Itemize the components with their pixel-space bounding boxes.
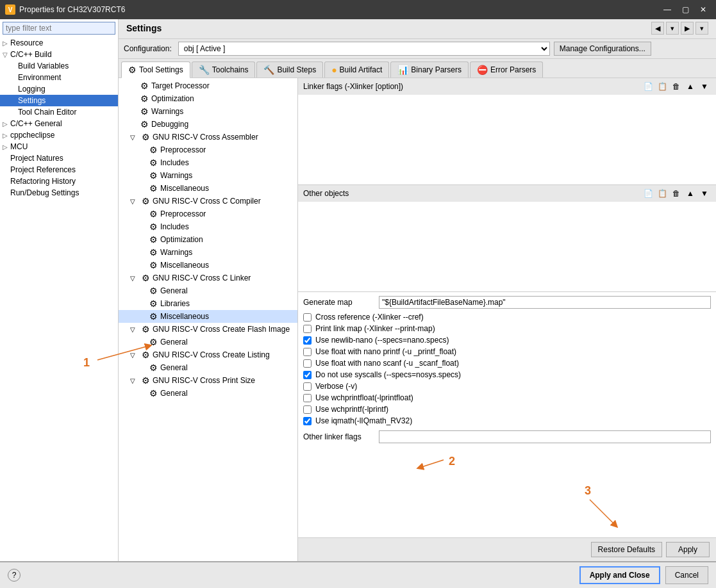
tab-tool-settings[interactable]: ⚙ Tool Settings (121, 61, 190, 78)
node-gnu-assembler[interactable]: ▽ ⚙ GNU RISC-V Cross Assembler (119, 131, 297, 143)
float-scanf-checkbox[interactable] (303, 359, 312, 368)
sidebar-item-logging[interactable]: Logging (0, 83, 118, 95)
sidebar-item-label: Project References (10, 165, 76, 174)
tab-binary-parsers[interactable]: 📊 Binary Parsers (390, 61, 469, 78)
node-cc-preprocessor[interactable]: ⚙ Preprocessor (119, 208, 297, 220)
sidebar-item-environment[interactable]: Environment (0, 72, 118, 83)
node-cc-includes[interactable]: ⚙ Includes (119, 220, 297, 233)
node-ln-general[interactable]: ⚙ General (119, 284, 297, 297)
tab-build-artifact[interactable]: ● Build Artifact (324, 61, 389, 78)
wchprintfloat-checkbox[interactable] (303, 394, 312, 402)
node-gnu-c-compiler[interactable]: ▽ ⚙ GNU RISC-V Cross C Compiler (119, 195, 297, 208)
delete2-icon[interactable]: 🗑 (670, 187, 683, 200)
config-select[interactable]: obj [ Active ] (178, 42, 550, 56)
sidebar-item-mcu[interactable]: ▷ MCU (0, 141, 118, 152)
help-button[interactable]: ? (8, 569, 21, 582)
copy2-icon[interactable]: 📋 (656, 187, 669, 200)
linker-flags-title: Linker flags (-Xlinker [option]) (303, 82, 403, 91)
sidebar-item-cppcheclipse[interactable]: ▷ cppcheclipse (0, 129, 118, 141)
nav-back-button[interactable]: ◀ (651, 22, 664, 35)
main-container: ▷ Resource ▽ C/C++ Build Build Variables… (0, 19, 716, 588)
apply-button[interactable]: Apply (666, 542, 710, 557)
toolchains-icon: 🔧 (199, 65, 210, 75)
verbose-checkbox[interactable] (303, 382, 312, 391)
nav-forward-button[interactable]: ▶ (681, 22, 694, 35)
add-icon[interactable]: 📄 (642, 80, 654, 93)
sidebar-tree: ▷ Resource ▽ C/C++ Build Build Variables… (0, 37, 118, 561)
node-listing-general[interactable]: ⚙ General (119, 361, 297, 374)
node-cc-optimization[interactable]: ⚙ Optimization (119, 233, 297, 246)
sidebar-item-resource[interactable]: ▷ Resource (0, 37, 118, 49)
other-linker-flags-input[interactable] (379, 430, 711, 443)
node-optimization[interactable]: ⚙ Optimization (119, 92, 297, 105)
no-syscalls-checkbox[interactable] (303, 371, 312, 379)
node-ln-misc[interactable]: ⚙ Miscellaneous (119, 310, 297, 323)
sidebar-item-run-debug[interactable]: Run/Debug Settings (0, 187, 118, 199)
node-asm-preprocessor[interactable]: ⚙ Preprocessor (119, 143, 297, 156)
tab-label: Build Artifact (340, 65, 383, 74)
move-down2-icon[interactable]: ▼ (698, 187, 711, 200)
tab-error-parsers[interactable]: ⛔ Error Parsers (470, 61, 543, 78)
node-cc-misc[interactable]: ⚙ Miscellaneous (119, 259, 297, 272)
apply-and-close-button[interactable]: Apply and Close (579, 566, 660, 584)
node-gnu-c-linker[interactable]: ▽ ⚙ GNU RISC-V Cross C Linker (119, 272, 297, 284)
close-button[interactable]: ✕ (695, 3, 711, 16)
wchprintf-checkbox[interactable] (303, 405, 312, 414)
restore-defaults-button[interactable]: Restore Defaults (591, 542, 662, 557)
add2-icon[interactable]: 📄 (642, 187, 654, 200)
node-ln-libraries[interactable]: ⚙ Libraries (119, 297, 297, 310)
copy-icon[interactable]: 📋 (656, 80, 669, 93)
delete-icon[interactable]: 🗑 (670, 80, 683, 93)
node-asm-includes[interactable]: ⚙ Includes (119, 156, 297, 169)
move-up-icon[interactable]: ▲ (684, 80, 697, 93)
node-asm-misc[interactable]: ⚙ Miscellaneous (119, 182, 297, 195)
minimize-button[interactable]: — (660, 3, 675, 16)
node-target-proc[interactable]: ⚙ Target Processor (119, 79, 297, 92)
sidebar-item-project-refs[interactable]: Project References (0, 164, 118, 176)
nav-menu-button[interactable]: ▾ (695, 22, 708, 35)
binary-parsers-icon: 📊 (397, 65, 408, 75)
sidebar-item-cpp-general[interactable]: ▷ C/C++ General (0, 118, 118, 129)
maximize-button[interactable]: ▢ (678, 3, 693, 16)
print-map-checkbox[interactable] (303, 325, 312, 333)
tabs-bar: ⚙ Tool Settings 🔧 Toolchains 🔨 Build Ste… (119, 59, 716, 78)
wchprintf-row: Use wchprintf(-lprintf) (303, 404, 711, 415)
tab-toolchains[interactable]: 🔧 Toolchains (192, 61, 256, 78)
sidebar-item-project-natures[interactable]: Project Natures (0, 152, 118, 164)
nav-dropdown-button[interactable]: ▾ (666, 22, 679, 35)
footer-right: Apply and Close Cancel (579, 566, 708, 584)
sidebar-item-build-vars[interactable]: Build Variables (0, 60, 118, 72)
linker-flags-header: Linker flags (-Xlinker [option]) 📄 📋 🗑 ▲… (298, 78, 716, 95)
bottom-bar-right: Restore Defaults Apply (591, 542, 710, 557)
node-flash-general[interactable]: ⚙ General (119, 336, 297, 348)
node-gnu-listing[interactable]: ▽ ⚙ GNU RISC-V Cross Create Listing (119, 348, 297, 361)
manage-configurations-button[interactable]: Manage Configurations... (554, 42, 651, 56)
newlib-nano-checkbox[interactable] (303, 336, 312, 345)
cross-ref-checkbox[interactable] (303, 313, 312, 322)
window-title: Properties for CH32V307RCT6 (19, 5, 660, 14)
float-printf-checkbox[interactable] (303, 348, 312, 356)
node-print-general[interactable]: ⚙ General (119, 387, 297, 400)
node-asm-warnings[interactable]: ⚙ Warnings (119, 169, 297, 182)
tab-build-steps[interactable]: 🔨 Build Steps (256, 61, 323, 78)
sidebar-item-refactoring[interactable]: Refactoring History (0, 176, 118, 187)
node-cc-warnings[interactable]: ⚙ Warnings (119, 246, 297, 259)
filter-input[interactable] (3, 22, 115, 35)
move-up2-icon[interactable]: ▲ (684, 187, 697, 200)
sidebar-item-settings[interactable]: Settings (0, 95, 118, 106)
error-parsers-icon: ⛔ (477, 65, 488, 75)
linker-flags-toolbar: 📄 📋 🗑 ▲ ▼ (642, 80, 711, 93)
node-warnings[interactable]: ⚙ Warnings (119, 105, 297, 118)
node-debugging[interactable]: ⚙ Debugging (119, 118, 297, 131)
cancel-button[interactable]: Cancel (665, 566, 708, 584)
iqmath-checkbox[interactable] (303, 417, 312, 425)
settings-tree: ⚙ Target Processor ⚙ Optimization ⚙ Warn… (119, 78, 298, 561)
node-gnu-print[interactable]: ▽ ⚙ GNU RISC-V Cross Print Size (119, 374, 297, 387)
sidebar-item-label: Refactoring History (10, 177, 76, 186)
settings-header: Settings ◀ ▾ ▶ ▾ (119, 19, 716, 39)
generate-map-input[interactable] (379, 296, 711, 309)
move-down-icon[interactable]: ▼ (698, 80, 711, 93)
sidebar-item-toolchain-editor[interactable]: Tool Chain Editor (0, 106, 118, 118)
node-gnu-flash[interactable]: ▽ ⚙ GNU RISC-V Cross Create Flash Image (119, 323, 297, 336)
sidebar-item-cpp-build[interactable]: ▽ C/C++ Build (0, 49, 118, 60)
